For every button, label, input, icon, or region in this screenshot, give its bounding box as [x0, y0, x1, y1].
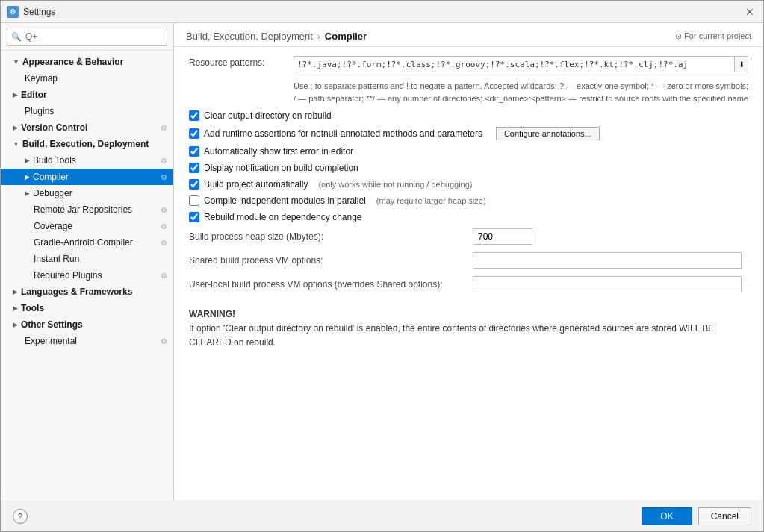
sidebar-item-gradle-android[interactable]: Gradle-Android Compiler ⚙	[1, 234, 173, 251]
chevron-right-icon: ▶	[13, 124, 18, 131]
ok-button[interactable]: OK	[642, 507, 692, 525]
heap-size-label: Build process heap size (Mbytes):	[189, 231, 473, 242]
expand-button[interactable]: ⬇	[735, 56, 748, 72]
build-automatically-checkbox[interactable]	[189, 179, 199, 190]
search-icon: 🔍	[11, 32, 22, 42]
sidebar-item-label: Required Plugins	[34, 270, 161, 281]
shared-vm-input[interactable]	[473, 252, 742, 269]
sidebar-item-required-plugins[interactable]: Required Plugins ⚙	[1, 267, 173, 284]
settings-icon: ⚙	[161, 337, 167, 345]
checkbox-compile-parallel: Compile independent modules in parallel …	[189, 195, 748, 206]
show-first-error-label: Automatically show first error in editor	[204, 146, 353, 157]
panel-header: Build, Execution, Deployment › Compiler …	[174, 23, 763, 47]
build-automatically-label: Build project automatically	[204, 179, 308, 190]
search-input[interactable]	[7, 28, 167, 46]
sidebar-item-plugins[interactable]: Plugins	[1, 103, 173, 119]
settings-window: ⚙ Settings ✕ 🔍 ▼ Appearance & Behavior	[0, 0, 764, 532]
sidebar-item-build-execution[interactable]: ▼ Build, Execution, Deployment	[1, 136, 173, 152]
panel-body: Resource patterns: ⬇ Use ; to separate p…	[174, 47, 763, 501]
sidebar-item-tools[interactable]: ▶ Tools	[1, 300, 173, 316]
sidebar-item-label: Build, Execution, Deployment	[22, 139, 167, 149]
sidebar-item-keymap[interactable]: Keymap	[1, 70, 173, 87]
bottom-bar: ? OK Cancel	[1, 501, 763, 531]
titlebar: ⚙ Settings ✕	[1, 1, 763, 23]
close-button[interactable]: ✕	[742, 4, 757, 19]
chevron-right-icon: ▶	[25, 173, 30, 181]
add-runtime-label: Add runtime assertions for notnull-annot…	[204, 128, 482, 139]
search-area: 🔍	[1, 23, 173, 51]
resource-patterns-hint: Use ; to separate patterns and ! to nega…	[294, 80, 748, 104]
sidebar-item-instant-run[interactable]: Instant Run	[1, 251, 173, 267]
cancel-button[interactable]: Cancel	[698, 507, 751, 525]
window-title: Settings	[23, 7, 742, 17]
resource-patterns-input[interactable]	[294, 56, 735, 72]
sidebar-item-compiler[interactable]: ▶ Compiler ⚙	[1, 169, 173, 185]
configure-annotations-button[interactable]: Configure annotations...	[496, 127, 600, 140]
breadcrumb-arrow: ›	[317, 31, 320, 42]
chevron-right-icon: ▶	[13, 91, 18, 98]
clear-output-checkbox[interactable]	[189, 110, 199, 121]
chevron-down-icon: ▼	[13, 140, 19, 148]
app-icon: ⚙	[7, 6, 19, 18]
sidebar-item-label: Tools	[21, 303, 167, 313]
sidebar-item-other-settings[interactable]: ▶ Other Settings	[1, 316, 173, 333]
sidebar-item-label: Languages & Frameworks	[21, 287, 167, 297]
compile-parallel-checkbox[interactable]	[189, 195, 199, 206]
sidebar-item-languages[interactable]: ▶ Languages & Frameworks	[1, 284, 173, 300]
user-local-vm-label: User-local build process VM options (ove…	[189, 279, 473, 290]
sidebar-item-label: Other Settings	[21, 319, 167, 330]
display-notification-label: Display notification on build completion	[204, 163, 358, 173]
selection-indicator	[1, 169, 4, 185]
user-local-vm-input[interactable]	[473, 276, 742, 292]
warning-box: WARNING! If option 'Clear output directo…	[189, 307, 748, 351]
sidebar-item-appearance[interactable]: ▼ Appearance & Behavior	[1, 54, 173, 70]
sidebar-item-version-control[interactable]: ▶ Version Control ⚙	[1, 119, 173, 136]
sidebar-item-build-tools[interactable]: ▶ Build Tools ⚙	[1, 152, 173, 169]
right-panel: Build, Execution, Deployment › Compiler …	[174, 23, 763, 501]
sidebar-item-label: Gradle-Android Compiler	[34, 237, 161, 248]
settings-icon: ⚙	[161, 157, 167, 165]
sidebar-item-label: Plugins	[25, 106, 167, 116]
checkbox-rebuild-on-change: Rebuild module on dependency change	[189, 212, 748, 222]
sidebar-item-editor[interactable]: ▶ Editor	[1, 87, 173, 103]
chevron-right-icon: ▶	[13, 288, 18, 295]
sidebar-item-label: Instant Run	[34, 254, 167, 264]
sidebar-item-remote-jar[interactable]: Remote Jar Repositories ⚙	[1, 201, 173, 218]
nav-tree: ▼ Appearance & Behavior Keymap ▶ Editor …	[1, 51, 173, 501]
for-current-project-label: ⊙ For current project	[675, 31, 751, 41]
checkbox-display-notification: Display notification on build completion	[189, 163, 748, 173]
sidebar-item-debugger[interactable]: ▶ Debugger	[1, 185, 173, 201]
compile-parallel-hint: (may require larger heap size)	[376, 196, 486, 205]
breadcrumb-parent: Build, Execution, Deployment	[186, 31, 313, 42]
shared-vm-label: Shared build process VM options:	[189, 255, 473, 266]
display-notification-checkbox[interactable]	[189, 163, 199, 173]
settings-icon: ⚙	[161, 124, 167, 132]
heap-size-row: Build process heap size (Mbytes):	[189, 228, 748, 245]
sidebar-item-label: Compiler	[33, 172, 161, 182]
build-automatically-hint: (only works while not running / debuggin…	[318, 180, 472, 189]
settings-icon: ⚙	[161, 222, 167, 231]
settings-icon: ⚙	[161, 239, 167, 247]
main-content: 🔍 ▼ Appearance & Behavior Keymap ▶ Edit	[1, 23, 763, 501]
show-first-error-checkbox[interactable]	[189, 146, 199, 157]
user-local-vm-row: User-local build process VM options (ove…	[189, 276, 748, 292]
heap-size-input[interactable]	[473, 228, 532, 245]
sidebar-item-experimental[interactable]: Experimental ⚙	[1, 333, 173, 349]
checkbox-clear-output: Clear output directory on rebuild	[189, 110, 748, 121]
chevron-down-icon: ▼	[13, 58, 19, 66]
checkbox-add-runtime: Add runtime assertions for notnull-annot…	[189, 127, 748, 140]
shared-vm-row: Shared build process VM options:	[189, 252, 748, 269]
sidebar-item-coverage[interactable]: Coverage ⚙	[1, 218, 173, 234]
settings-icon: ⚙	[161, 173, 167, 181]
breadcrumb-current: Compiler	[325, 31, 367, 42]
help-button[interactable]: ?	[13, 509, 28, 524]
chevron-right-icon: ▶	[13, 304, 18, 312]
resource-patterns-row: Resource patterns: ⬇	[189, 56, 748, 72]
checkbox-build-automatically: Build project automatically (only works …	[189, 179, 748, 190]
sidebar: 🔍 ▼ Appearance & Behavior Keymap ▶ Edit	[1, 23, 174, 501]
add-runtime-checkbox[interactable]	[189, 128, 199, 139]
settings-icon: ⚙	[161, 272, 167, 280]
sidebar-item-label: Build Tools	[33, 155, 161, 166]
rebuild-on-change-checkbox[interactable]	[189, 212, 199, 222]
rebuild-on-change-label: Rebuild module on dependency change	[204, 212, 362, 222]
